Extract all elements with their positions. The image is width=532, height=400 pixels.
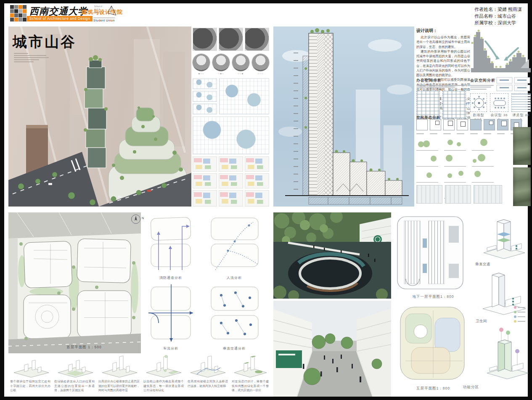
compass-n-label: N <box>142 217 144 220</box>
meeting-classroom-diagram <box>511 93 531 112</box>
zoning-map-9 <box>245 190 269 207</box>
valley-concept-diagram <box>471 26 531 76</box>
axon-caption-6: 对屋顶进行设计，将整个建筑和周围的绿化形成一个整体，成为景观的一部分 <box>232 379 269 393</box>
fifth-floor-plan <box>395 302 471 384</box>
concept-axon-5 <box>188 355 227 378</box>
massing-captions-fineprint <box>416 132 521 135</box>
concept-axon-1 <box>12 357 50 378</box>
massing-step-3 <box>443 119 455 130</box>
street-render <box>273 301 391 397</box>
school-row: 所属学校：深圳大学 <box>474 19 522 26</box>
badge-small-text: School of Arch & Design <box>94 5 105 14</box>
elevation-strip-2 <box>445 185 471 204</box>
office-analysis-fineprint <box>416 84 466 89</box>
zoning-map-6 <box>245 173 269 188</box>
author-name-value: 梁婧 熊雨潇 <box>498 7 522 12</box>
analysis-map-medium <box>219 78 269 114</box>
tree-sketch <box>472 154 494 167</box>
meeting-analysis-fineprint <box>470 84 494 90</box>
ground-floor-plan <box>8 212 141 353</box>
vehicle-flow-diagram <box>146 281 196 344</box>
concept-axon-3 <box>100 355 139 378</box>
meeting-analysis-title: 会议空间分析 <box>470 78 495 83</box>
elevation-strip-1 <box>416 185 442 204</box>
office-layout-diagram-1 <box>416 91 440 119</box>
axon-legend <box>514 305 525 324</box>
site-photo-1 <box>193 54 210 71</box>
zoning-map-7 <box>193 190 217 207</box>
massing-step-7 <box>497 119 508 130</box>
tree-sketch <box>472 138 494 151</box>
zoning-map-3 <box>245 156 269 172</box>
massing-step-2 <box>430 119 441 130</box>
massing-step-6 <box>484 119 495 130</box>
context-map-1 <box>193 28 217 51</box>
photo-dots-4: ○○○ <box>252 72 269 75</box>
analysis-map-small-1 <box>193 78 217 89</box>
zoning-map-2 <box>219 156 243 172</box>
tree-sketch <box>416 138 438 151</box>
concept-axon-2 <box>56 357 95 378</box>
basement-plan-caption: 地下一层平面图1：800 <box>393 294 473 299</box>
mountain-reference-photo-2 <box>513 167 531 206</box>
concept-axon-4 <box>144 355 183 378</box>
fire-route-diagram <box>146 214 196 273</box>
pedestrian-flow-diagram <box>203 214 266 273</box>
massing-step-1 <box>416 119 428 130</box>
axon-caption-5: 在高层和裙楼之间加入连桥进行连接，裙房内加入独立楼梯 <box>188 379 228 388</box>
north-compass: N <box>131 215 140 224</box>
project-meta-fineprint <box>14 52 50 64</box>
author-name-row: 作者姓名：梁婧 熊雨潇 <box>474 6 522 13</box>
vertical-circulation-axon-label: 垂直交通 <box>475 262 490 267</box>
vertical-circulation-axon <box>479 212 529 261</box>
zoning-axon-label: 功能分区 <box>456 385 486 390</box>
basement-plan <box>393 213 473 292</box>
photo-dots-3: ○○● <box>232 72 249 75</box>
author-name-label: 作者姓名： <box>474 7 498 12</box>
hero-render: 城市山谷 <box>8 26 191 207</box>
vertical-circulation-label: 垂直交通分析 <box>203 346 266 351</box>
office-layout-diagram-2 <box>442 91 466 119</box>
design-notes-p1: 此次设计以山谷作为概念，意图营造出一个在高楼林立的城市中破土而出的深谷，生态、自… <box>416 35 470 49</box>
zoning-map-5 <box>219 173 243 188</box>
tree-sketch <box>444 154 466 167</box>
school-value: 深圳大学 <box>498 20 516 25</box>
work-title-label: 作品名称： <box>474 13 498 19</box>
zoning-map-4 <box>193 173 217 188</box>
meeting-table-diagram <box>490 93 508 112</box>
axon-caption-3: 拉高部分办公楼体量防止遮挡景观的位置可以获得更开阔视野，同时与周围的高楼呼应 <box>98 379 140 393</box>
tree-sketch <box>444 170 466 183</box>
tree-sketch <box>472 170 494 183</box>
axon-caption-1: 整个体块位于福田区交汇处和十字路口处，四周大部分为办公楼 <box>10 379 50 393</box>
vehicle-flow-label: 车流分析 <box>146 346 196 351</box>
mountain-reference-photo-1 <box>513 127 531 165</box>
ground-plan-caption: 首层平面图 1：500 <box>34 345 135 350</box>
elevation-strip-3 <box>474 185 502 204</box>
analysis-map-small-2 <box>193 91 217 102</box>
photo-dots-1: ●○○ <box>193 72 210 75</box>
context-map-3 <box>245 28 269 51</box>
department-name-en: School of Architecture and Design <box>27 16 93 21</box>
massing-step-4 <box>457 119 468 130</box>
office-analysis-title: 办公空间分析 <box>416 78 442 83</box>
work-title-row: 作品名称：城市山谷 <box>474 13 522 19</box>
school-label: 所属学校： <box>474 20 498 25</box>
restroom-axon-label: 卫生间 <box>476 319 487 324</box>
site-photo-4 <box>252 54 269 71</box>
design-notes-title: 设计说明： <box>416 28 470 34</box>
competition-poster: { "header": { "school_name": "西南交通大学", "… <box>0 0 532 400</box>
tower-section-drawing <box>273 26 414 207</box>
zoning-axon <box>484 326 531 383</box>
site-photo-2 <box>212 54 230 71</box>
photo-dots-2: ○●○ <box>212 72 230 75</box>
fire-route-label: 消防通道分析 <box>146 275 196 280</box>
site-photo-3 <box>232 54 249 71</box>
author-info: 作者姓名：梁婧 熊雨潇 作品名称：城市山谷 所属学校：深圳大学 <box>474 6 522 26</box>
courtyard-render <box>273 212 391 299</box>
axon-caption-4: 以自然山体作为概念形成整个建筑形态，每一层设退台形成公共绿地和绿化 <box>143 379 184 393</box>
context-map-2 <box>219 28 243 51</box>
meeting-round-diagram <box>470 93 487 112</box>
tree-sketch <box>416 170 438 183</box>
zoning-map-1 <box>193 156 217 172</box>
school-logo-mosaic <box>10 5 27 22</box>
